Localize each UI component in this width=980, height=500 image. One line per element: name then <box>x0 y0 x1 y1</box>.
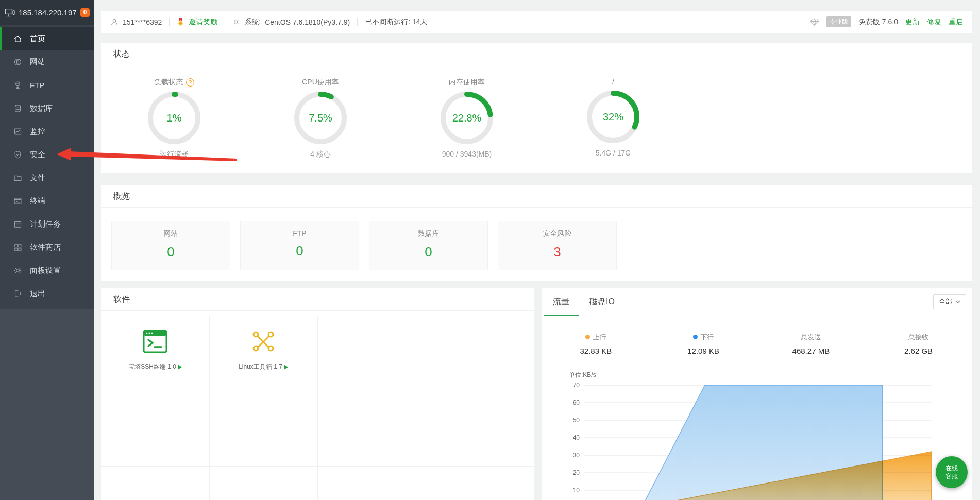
divider <box>169 18 170 26</box>
svg-text:32%: 32% <box>603 111 623 123</box>
gauge-donut: 1% <box>147 91 201 145</box>
tab-disk-io[interactable]: 磁盘IO <box>580 288 624 316</box>
card-website[interactable]: 网站 0 <box>111 221 230 270</box>
svg-text:1%: 1% <box>167 112 182 124</box>
gauge-sub: 运行流畅 <box>160 150 189 159</box>
gauge-sub: 5.4G / 17G <box>596 149 631 157</box>
svg-text:30: 30 <box>573 452 580 459</box>
sidebar-item-label: 安全 <box>30 150 45 160</box>
update-link[interactable]: 更新 <box>905 18 920 27</box>
range-select-value: 全部 <box>939 297 952 306</box>
gauge-donut: 32% <box>586 90 640 144</box>
online-support-button[interactable]: 在线 客服 <box>936 456 968 488</box>
svg-text:50: 50 <box>573 417 580 424</box>
pro-badge[interactable]: 专业版 <box>826 16 851 27</box>
grid-line <box>101 466 534 467</box>
sidebar-item-label: 终端 <box>30 196 45 206</box>
overview-title: 概览 <box>101 185 972 208</box>
status-panel: 状态 负载状态? 1% 运行流畅 CPU使用率 7.5% 4 核心 内存使用率 <box>101 43 972 173</box>
svg-text:70: 70 <box>573 382 580 389</box>
globe-icon <box>13 58 22 66</box>
invite-reward[interactable]: 邀请奖励 <box>177 18 217 27</box>
stat-value: 32.83 KB <box>542 347 650 355</box>
sidebar-item-cron[interactable]: 计划任务 <box>0 213 94 236</box>
sidebar-item-label: 数据库 <box>30 104 53 113</box>
legend-dot-up <box>585 335 590 339</box>
system-value: CentOS 7.6.1810(Py3.7.9) <box>265 18 350 26</box>
user-account[interactable]: 151****6392 <box>110 18 162 26</box>
ftp-icon <box>13 81 22 90</box>
play-icon <box>177 365 182 370</box>
sidebar-nav: 首页 网站 FTP 数据库 监控 安全 文件 终端 <box>0 25 94 309</box>
sidebar-item-website[interactable]: 网站 <box>0 50 94 74</box>
apps-grid-icon <box>13 243 22 252</box>
sidebar-item-security[interactable]: 安全 <box>0 143 94 166</box>
sidebar-item-ftp[interactable]: FTP <box>0 74 94 97</box>
topbar-right: 专业版 免费版 7.6.0 更新 修复 重启 <box>810 16 963 27</box>
app-linux-toolbox[interactable]: Linux工具箱 1.7 <box>209 316 317 400</box>
restart-link[interactable]: 重启 <box>949 18 963 27</box>
card-value: 0 <box>112 244 230 260</box>
version-text: 免费版 7.6.0 <box>858 18 898 27</box>
app-ssh-terminal[interactable]: 宝塔SSH终端 1.0 <box>101 316 209 400</box>
database-icon <box>13 104 22 113</box>
sidebar-item-appstore[interactable]: 软件商店 <box>0 236 94 259</box>
card-ftp[interactable]: FTP 0 <box>240 221 359 270</box>
status-title: 状态 <box>101 43 972 65</box>
sidebar-item-database[interactable]: 数据库 <box>0 97 94 120</box>
card-security-risk[interactable]: 安全风险 3 <box>498 221 617 270</box>
terminal-icon <box>13 197 22 205</box>
sidebar-item-label: FTP <box>30 81 44 90</box>
card-value: 0 <box>369 244 487 260</box>
grid-line <box>426 316 426 500</box>
sidebar-item-label: 面板设置 <box>30 266 61 275</box>
server-info[interactable]: 185.184.220.197 0 <box>0 0 94 25</box>
sidebar-item-label: 文件 <box>30 173 45 183</box>
chart-image-icon <box>13 127 22 136</box>
sidebar-item-label: 退出 <box>30 289 45 299</box>
sidebar-item-files[interactable]: 文件 <box>0 166 94 189</box>
calendar-icon <box>13 220 22 229</box>
svg-text:22.8%: 22.8% <box>452 112 482 124</box>
shield-check-icon <box>13 150 22 159</box>
gauge-row: 负载状态? 1% 运行流畅 CPU使用率 7.5% 4 核心 内存使用率 22.… <box>101 65 972 159</box>
svg-text:10: 10 <box>573 487 580 494</box>
message-badge[interactable]: 0 <box>80 8 90 17</box>
gauge-memory: 内存使用率 22.8% 900 / 3943(MB) <box>394 78 540 159</box>
svg-text:40: 40 <box>573 434 580 441</box>
divider <box>225 18 225 26</box>
divider <box>357 18 358 26</box>
traffic-tabs: 流量 磁盘IO 全部 <box>542 288 972 316</box>
card-database[interactable]: 数据库 0 <box>369 221 488 270</box>
range-select[interactable]: 全部 <box>933 294 966 309</box>
support-line2: 客服 <box>945 472 958 480</box>
help-icon[interactable]: ? <box>186 78 194 87</box>
traffic-stats: 上行 32.83 KB 下行 12.09 KB 总发送 468.27 MB 总接… <box>542 316 972 355</box>
sidebar-item-monitor[interactable]: 监控 <box>0 120 94 143</box>
home-icon <box>13 35 22 43</box>
stat-value: 12.09 KB <box>650 347 757 355</box>
monitor-icon <box>5 8 15 18</box>
gauge-donut: 7.5% <box>293 91 348 145</box>
card-label: 安全风险 <box>498 229 616 238</box>
overview-cards: 网站 0 FTP 0 数据库 0 安全风险 3 <box>101 208 972 270</box>
sidebar-item-home[interactable]: 首页 <box>0 27 94 50</box>
folder-icon <box>13 174 22 182</box>
sidebar-item-terminal[interactable]: 终端 <box>0 189 94 213</box>
stat-value: 2.62 GB <box>865 347 972 355</box>
software-title: 软件 <box>101 288 534 311</box>
sidebar-item-label: 计划任务 <box>30 219 61 229</box>
reward-medal-icon <box>177 18 184 26</box>
chart-unit-label: 单位:KB/s <box>569 371 596 380</box>
ssh-terminal-icon <box>143 330 167 353</box>
server-ip: 185.184.220.197 <box>19 8 77 17</box>
sidebar-item-logout[interactable]: 退出 <box>0 282 94 305</box>
sidebar-item-settings[interactable]: 面板设置 <box>0 259 94 282</box>
gauge-donut: 22.8% <box>440 91 494 145</box>
diamond-icon <box>810 18 819 26</box>
repair-link[interactable]: 修复 <box>927 18 941 27</box>
tab-traffic[interactable]: 流量 <box>544 288 579 316</box>
card-label: 网站 <box>112 229 230 238</box>
stat-total-received: 总接收 2.62 GB <box>865 333 972 355</box>
stat-down: 下行 12.09 KB <box>650 333 757 355</box>
